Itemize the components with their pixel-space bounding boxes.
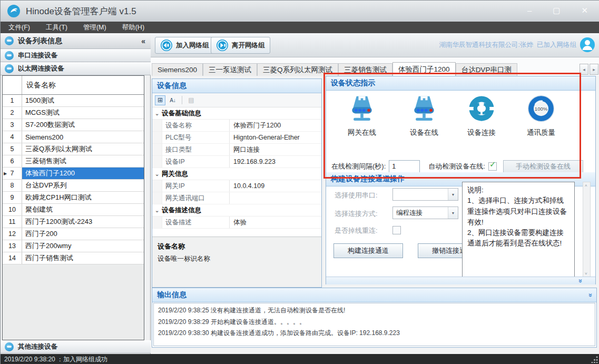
output-panel: 输出信息 « 2019/2/20 9:38:25 没有构建连接通道，无法自动检测… [152, 288, 597, 348]
table-row[interactable]: 5三菱Q系列以太网测试 [3, 143, 144, 155]
table-row[interactable]: 13西门子200wmy [3, 240, 144, 252]
property-row[interactable]: 接口类型网口连接 [152, 144, 321, 156]
section-other-devices[interactable]: 其他连接设备 [1, 340, 151, 353]
property-row[interactable]: 设备IP192.168.9.223 [152, 156, 321, 168]
gateway-online-label: 网关在线 [335, 128, 389, 137]
table-row[interactable]: 8台达DVP系列 [3, 180, 144, 192]
note-title: 说明: [467, 185, 569, 195]
panel-collapse-bar[interactable]: « [326, 277, 595, 284]
sidebar-header: 设备列表信息 « [1, 33, 151, 49]
category-gateway-info[interactable]: ⌄ 网关信息 [152, 168, 321, 180]
serial-select-label: 选择使用串口: [335, 191, 378, 200]
title-bar: Hinode设备管理客户端 v1.5 – ▢ ✕ [1, 1, 599, 22]
table-row[interactable]: 11西门子1200测试-2243 [3, 216, 144, 228]
table-row[interactable]: 3S7-200数据测试 [3, 119, 144, 131]
tab-scroll-left-icon[interactable]: ◂ [580, 64, 588, 75]
menu-tools[interactable]: 工具(T) [38, 23, 75, 32]
indicator-device-online: 设备在线 [397, 94, 451, 137]
tab-sany-pump[interactable]: 三一泵送测试 [203, 63, 257, 76]
property-row[interactable]: PLC型号Hignton-General-Ether [152, 132, 321, 144]
section-serial-devices[interactable]: 串口连接设备 [1, 49, 151, 62]
build-channel-button[interactable]: 构建连接通道 [333, 243, 403, 258]
indicator-gateway-online: 网关在线 [335, 94, 389, 137]
output-collapse-icon[interactable]: « [586, 293, 594, 297]
dropdown-arrow-icon[interactable]: ▼ [448, 207, 458, 219]
tab-delta-dvp[interactable]: 台达DVP串口测 [456, 63, 517, 76]
dropdown-arrow-icon[interactable]: ▼ [448, 189, 458, 200]
tab-mitsubishi-sales[interactable]: 三菱销售测试 [338, 63, 392, 76]
output-panel-header: 输出信息 « [152, 288, 596, 302]
device-tabs: Siemens200 三一泵送测试 三菱Q系列以太网测试 三菱销售测试 体验西门… [152, 63, 517, 76]
maximize-button[interactable]: ▢ [553, 6, 560, 15]
category-basic-info[interactable]: ⌄ 设备基础信息 [152, 107, 321, 120]
scroll-up-icon[interactable]: ˄ [585, 183, 587, 188]
category-expand-icon[interactable]: ⌄ [152, 207, 162, 214]
interval-label: 在线检测间隔(秒): [331, 162, 386, 171]
table-row-selected[interactable]: ▶7 体验西门子1200 [3, 168, 144, 180]
table-row[interactable]: 12西门子200 [3, 228, 144, 240]
category-expand-icon[interactable]: ⌄ [152, 110, 162, 117]
instructions-box: 说明: 1、选择串口、连接方式和掉线重连操作选项只对串口连接设备有效! 2、网口… [462, 182, 575, 278]
tab-siemens200[interactable]: Siemens200 [152, 63, 203, 76]
indicator-device-connect: 设备连接 [454, 94, 509, 137]
resize-grip[interactable] [591, 356, 598, 363]
close-button[interactable]: ✕ [581, 6, 588, 15]
category-description-info[interactable]: ⌄ 设备描述信息 [152, 204, 321, 217]
serial-select-combo[interactable]: ▼ [392, 188, 458, 201]
tab-siemens1200-active[interactable]: 体验西门子1200 [392, 62, 456, 76]
table-row[interactable]: 2MCGS测试 [3, 107, 144, 119]
tab-scroll-right-icon[interactable]: ▸ [590, 64, 598, 75]
panel-scrollbar[interactable]: ˄ ˅ [583, 182, 591, 278]
table-row[interactable]: 9欧姆龙CP1H网口测试 [3, 192, 144, 204]
menu-manage[interactable]: 管理(M) [75, 23, 114, 32]
section-ethernet-devices[interactable]: 以太网连接设备 [1, 62, 151, 75]
join-network-button[interactable]: 加入网络组 [155, 37, 214, 54]
property-row[interactable]: 设备名称体验西门子1200 [152, 120, 321, 132]
main-region: 加入网络组 离开网络组 湖南华辰智通科技有限公司:张烨 已加入网络组 [151, 33, 599, 354]
table-row[interactable]: 10聚创建筑 [3, 204, 144, 216]
app-window: Hinode设备管理客户端 v1.5 – ▢ ✕ 文件(F) 工具(T) 管理(… [0, 0, 599, 364]
device-list-icon [5, 36, 14, 45]
scroll-down-icon[interactable]: ˅ [585, 271, 587, 276]
reconnect-label: 是否掉线重连: [335, 226, 378, 235]
table-row[interactable]: 6三菱销售测试 [3, 155, 144, 168]
reconnect-checkbox[interactable] [392, 226, 401, 234]
menu-file[interactable]: 文件(F) [1, 23, 38, 32]
company-user-label: 湖南华辰智通科技有限公司:张烨 [439, 41, 533, 48]
status-panel-title: 设备状态指示 [331, 78, 375, 88]
log-line: 2019/2/20 9:38:25 没有构建连接通道，无法自动检测设备是否在线! [158, 305, 591, 317]
mode-select-combo[interactable]: 编程连接 ▼ [392, 206, 458, 219]
table-row[interactable]: 14西门子销售测试 [3, 252, 144, 264]
property-row[interactable]: 网关IP10.0.4.109 [152, 180, 321, 192]
log-line: 2019/2/20 9:38:30 构建设备连接通道成功，添加设备路由完成。设备… [158, 328, 591, 339]
tab-mitsubishi-q[interactable]: 三菱Q系列以太网测试 [257, 63, 338, 76]
property-grid: ⌄ 设备基础信息 设备名称体验西门子1200 PLC型号Hignton-Gene… [152, 107, 321, 237]
table-row[interactable]: 11500测试 [3, 95, 144, 107]
category-expand-icon[interactable]: ⌄ [152, 171, 162, 178]
property-row[interactable]: 设备描述体验 [152, 217, 321, 229]
leave-network-button[interactable]: 离开网络组 [211, 37, 270, 54]
sort-az-icon[interactable]: A↓ [168, 95, 178, 105]
auto-detect-checkbox[interactable]: ✓ [488, 162, 497, 171]
sidebar-title: 设备列表信息 [18, 36, 62, 46]
device-connect-label: 设备连接 [454, 128, 509, 137]
serial-section-label: 串口连接设备 [18, 51, 57, 60]
comm-quality-label: 通讯质量 [514, 128, 568, 137]
property-row[interactable]: 网关通讯端口 [152, 192, 321, 204]
categorized-view-icon[interactable]: ⊞ [155, 95, 165, 105]
comm-quality-ring-icon: 100% [526, 94, 556, 124]
property-pages-icon: ▤ [186, 95, 197, 105]
sidebar-collapse-icon[interactable]: « [141, 37, 145, 45]
manual-detect-button[interactable]: 手动检测设备在线 [503, 160, 583, 173]
user-avatar-icon[interactable] [580, 37, 595, 53]
device-connect-icon [466, 94, 497, 124]
interval-input[interactable] [389, 160, 420, 173]
collapse-down-icon[interactable]: « [576, 279, 584, 283]
serial-section-icon [5, 51, 14, 60]
leave-network-icon [216, 39, 229, 52]
menu-help[interactable]: 帮助(H) [114, 23, 152, 32]
table-row[interactable]: 4Siemens200 [3, 131, 144, 143]
minimize-button[interactable]: – [527, 6, 532, 15]
join-network-label: 加入网络组 [176, 41, 209, 50]
property-description-box: 设备名称 设备唯一标识名称 [152, 237, 321, 287]
